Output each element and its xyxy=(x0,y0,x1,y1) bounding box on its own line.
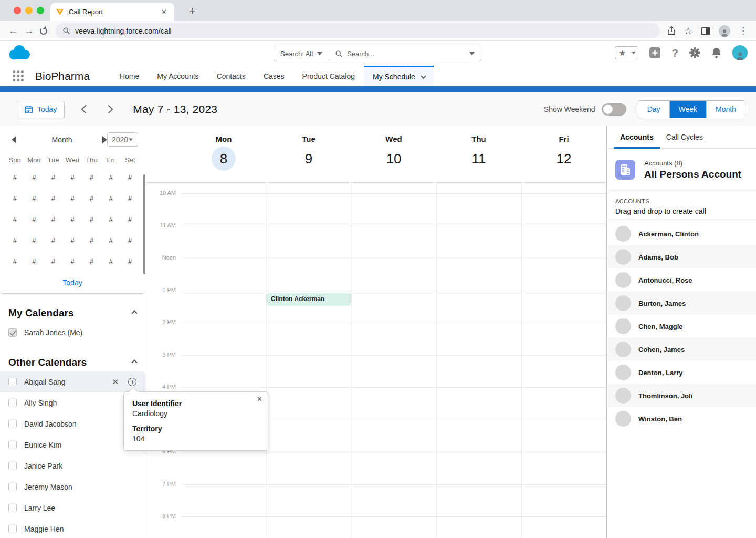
search-scope-dropdown[interactable]: Search: All xyxy=(274,46,329,61)
collapse-chevron-icon[interactable] xyxy=(131,310,137,316)
minical-day-cell[interactable]: # xyxy=(5,167,25,188)
app-launcher-icon[interactable] xyxy=(13,70,24,81)
next-week-icon[interactable] xyxy=(104,105,113,114)
minical-day-cell[interactable]: # xyxy=(82,209,101,230)
day-number[interactable]: 9 xyxy=(297,147,321,171)
minimize-window-icon[interactable] xyxy=(25,7,33,14)
nav-item-product-catalog[interactable]: Product Catalog xyxy=(293,66,364,86)
search-input[interactable]: Search... xyxy=(329,50,469,58)
global-actions-icon[interactable] xyxy=(649,47,660,58)
bookmark-star-icon[interactable]: ☆ xyxy=(684,25,692,37)
zoom-window-icon[interactable] xyxy=(37,7,44,14)
favorites-button[interactable]: ★ xyxy=(615,46,638,59)
reload-icon[interactable] xyxy=(40,27,47,35)
show-weekend-toggle[interactable] xyxy=(602,103,626,116)
panel-tab-call-cycles[interactable]: Call Cycles xyxy=(660,126,709,148)
minical-day-cell[interactable]: # xyxy=(25,230,44,251)
minical-day-cell[interactable]: # xyxy=(25,209,44,230)
account-row[interactable]: Cohen, James xyxy=(607,338,756,361)
share-icon[interactable] xyxy=(667,26,676,35)
minical-day-cell[interactable]: # xyxy=(63,167,82,188)
minical-day-cell[interactable]: # xyxy=(63,251,82,272)
minical-day-cell[interactable]: # xyxy=(120,251,140,272)
address-bar[interactable]: veeva.lightning.force.com/call xyxy=(56,23,660,38)
favorites-caret[interactable] xyxy=(629,47,638,59)
minical-day-cell[interactable]: # xyxy=(101,209,121,230)
day-header-mon[interactable]: Mon8 xyxy=(181,126,266,182)
day-header-tue[interactable]: Tue9 xyxy=(266,126,351,182)
other-calendar-item[interactable]: Jeremy Mason xyxy=(0,477,145,498)
next-month-icon[interactable] xyxy=(102,136,107,143)
user-avatar[interactable] xyxy=(732,45,748,60)
day-number[interactable]: 11 xyxy=(467,147,491,171)
minical-day-cell[interactable]: # xyxy=(82,251,101,272)
remove-calendar-icon[interactable]: ✕ xyxy=(112,377,119,387)
minical-day-cell[interactable]: # xyxy=(101,230,121,251)
other-calendar-item[interactable]: Larry Lee xyxy=(0,498,145,519)
calendar-checkbox[interactable] xyxy=(8,420,17,428)
minical-day-cell[interactable]: # xyxy=(44,167,63,188)
calendar-checkbox[interactable] xyxy=(8,504,17,512)
account-row[interactable]: Denton, Larry xyxy=(607,361,756,384)
other-calendar-item[interactable]: Janice Park xyxy=(0,456,145,477)
minical-day-cell[interactable]: # xyxy=(5,251,25,272)
favorites-star-icon[interactable]: ★ xyxy=(615,47,629,59)
browser-profile-avatar[interactable] xyxy=(719,25,730,37)
account-list-card[interactable]: Accounts (8) All Persons Account xyxy=(607,149,756,192)
nav-item-home[interactable]: Home xyxy=(111,66,148,86)
account-row[interactable]: Thomlinson, Joli xyxy=(607,384,756,407)
calendar-checkbox[interactable] xyxy=(8,399,17,407)
tab-close-icon[interactable]: ✕ xyxy=(159,7,169,17)
account-row[interactable]: Winston, Ben xyxy=(607,407,756,430)
account-row[interactable]: Ackerman, Clinton xyxy=(607,222,756,245)
minical-day-cell[interactable]: # xyxy=(5,230,25,251)
help-icon[interactable]: ? xyxy=(671,47,678,59)
day-number[interactable]: 12 xyxy=(552,147,576,171)
account-row[interactable]: Antonucci, Rose xyxy=(607,268,756,292)
minical-day-cell[interactable]: # xyxy=(101,167,121,188)
minical-day-cell[interactable]: # xyxy=(82,167,101,188)
account-row[interactable]: Burton, James xyxy=(607,292,756,315)
day-number[interactable]: 10 xyxy=(382,147,406,171)
close-window-icon[interactable] xyxy=(14,7,21,14)
collapse-chevron-icon[interactable] xyxy=(131,359,137,365)
back-icon[interactable]: ← xyxy=(5,25,21,36)
calendar-checkbox[interactable] xyxy=(8,462,17,470)
panel-tab-accounts[interactable]: Accounts xyxy=(614,126,660,148)
minical-day-cell[interactable]: # xyxy=(120,230,140,251)
view-button-month[interactable]: Month xyxy=(706,101,745,118)
minical-day-cell[interactable]: # xyxy=(44,251,63,272)
minical-day-cell[interactable]: # xyxy=(101,188,121,209)
minical-day-cell[interactable]: # xyxy=(44,209,63,230)
account-row[interactable]: Chen, Maggie xyxy=(607,315,756,338)
minical-day-cell[interactable]: # xyxy=(25,167,44,188)
minical-day-cell[interactable]: # xyxy=(44,230,63,251)
year-select[interactable]: 2020 xyxy=(107,132,138,147)
nav-item-contacts[interactable]: Contacts xyxy=(208,66,255,86)
calendar-checkbox[interactable] xyxy=(8,483,17,491)
today-button[interactable]: Today xyxy=(17,101,65,118)
day-header-fri[interactable]: Fri12 xyxy=(521,126,606,182)
day-header-thu[interactable]: Thu11 xyxy=(436,126,521,182)
nav-item-my-schedule[interactable]: My Schedule xyxy=(364,66,434,86)
minical-day-cell[interactable]: # xyxy=(63,188,82,209)
nav-item-cases[interactable]: Cases xyxy=(255,66,293,86)
browser-tab[interactable]: Call Report ✕ xyxy=(50,3,174,21)
mini-calendar-today-link[interactable]: Today xyxy=(5,272,140,287)
forward-icon[interactable]: → xyxy=(21,25,37,36)
popover-close-icon[interactable]: ✕ xyxy=(257,395,262,403)
week-grid[interactable]: Clinton Ackerman 10 AM11 AMNoon1 PM2 PM3… xyxy=(145,183,606,538)
minical-day-cell[interactable]: # xyxy=(120,167,140,188)
side-panel-icon[interactable] xyxy=(701,27,710,35)
minical-day-cell[interactable]: # xyxy=(25,251,44,272)
minical-day-cell[interactable]: # xyxy=(120,188,140,209)
calendar-checkbox[interactable] xyxy=(8,525,17,533)
info-icon[interactable]: i xyxy=(128,378,136,386)
calendar-event[interactable]: Clinton Ackerman xyxy=(267,293,351,306)
minical-day-cell[interactable]: # xyxy=(101,251,121,272)
minical-day-cell[interactable]: # xyxy=(63,230,82,251)
new-tab-button[interactable]: + xyxy=(185,4,200,19)
minical-day-cell[interactable]: # xyxy=(44,188,63,209)
my-calendar-item[interactable]: Sarah Jones (Me) xyxy=(8,322,136,343)
minical-day-cell[interactable]: # xyxy=(25,188,44,209)
